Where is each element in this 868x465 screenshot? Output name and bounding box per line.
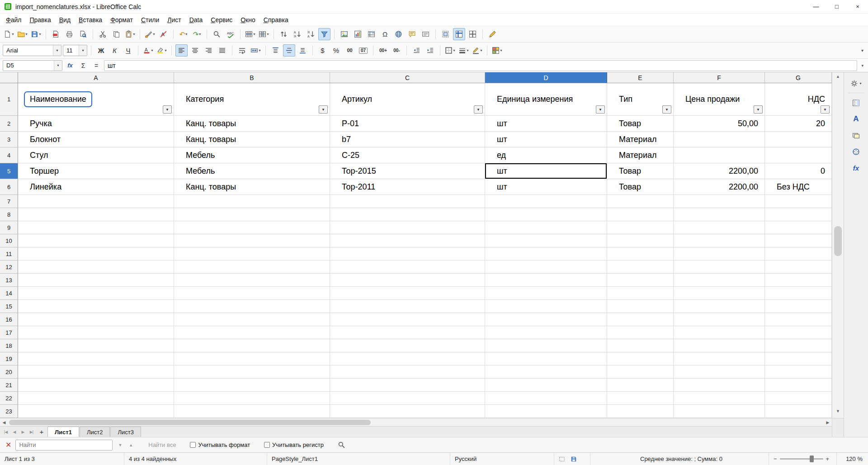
- sheet-nav-last-icon[interactable]: ▶|: [27, 430, 36, 434]
- cell-e21[interactable]: [607, 379, 674, 392]
- cell-g17[interactable]: [765, 326, 832, 339]
- cell-c2[interactable]: Р-01: [330, 116, 485, 132]
- chevron-down-icon[interactable]: ▾: [79, 45, 87, 56]
- autofilter-dropdown-f1[interactable]: ▼: [754, 105, 763, 114]
- cell-c23[interactable]: [330, 405, 485, 418]
- menu-item-10[interactable]: Окно: [236, 14, 259, 25]
- zoom-level-zone[interactable]: 120 %: [836, 453, 868, 465]
- cell-g20[interactable]: [765, 365, 832, 379]
- maximize-button[interactable]: □: [826, 0, 847, 13]
- cell-a2[interactable]: Ручка: [18, 116, 174, 132]
- cell-b4[interactable]: Мебель: [174, 147, 330, 163]
- cell-c18[interactable]: [330, 339, 485, 352]
- sidebar-settings-button[interactable]: ▾: [847, 76, 865, 90]
- cell-c21[interactable]: [330, 379, 485, 392]
- highlight-color-button[interactable]: ▾: [156, 44, 168, 57]
- expand-formula-bar-icon[interactable]: ▾: [859, 63, 865, 68]
- row-header-4[interactable]: 4: [0, 147, 18, 163]
- cell-f10[interactable]: [674, 234, 765, 247]
- horizontal-scroll-track[interactable]: [8, 418, 824, 426]
- cell-f1[interactable]: Цена продажи▼: [674, 83, 765, 116]
- autofilter-dropdown-d1[interactable]: ▼: [596, 105, 605, 114]
- menu-item-9[interactable]: Сервис: [207, 14, 236, 25]
- chevron-down-icon[interactable]: ▾: [253, 32, 255, 36]
- column-header-c[interactable]: C: [330, 72, 485, 83]
- cell-b8[interactable]: [174, 208, 330, 221]
- cell-b16[interactable]: [174, 313, 330, 326]
- cell-c8[interactable]: [330, 208, 485, 221]
- cell-c22[interactable]: [330, 392, 485, 405]
- borders-button[interactable]: ▾: [444, 44, 456, 57]
- hyperlink-button[interactable]: [392, 28, 405, 40]
- cell-g7[interactable]: [765, 195, 832, 208]
- cell-d4[interactable]: ед: [485, 147, 607, 163]
- sheet-tab-2[interactable]: Лист2: [80, 427, 110, 437]
- sheet-nav-first-icon[interactable]: |◀: [1, 430, 10, 434]
- language-zone[interactable]: Русский: [450, 453, 554, 465]
- wrap-text-button[interactable]: [236, 44, 248, 57]
- italic-button[interactable]: К: [108, 44, 121, 57]
- cell-b11[interactable]: [174, 247, 330, 261]
- sheet-tab-3[interactable]: Лист3: [110, 427, 141, 437]
- cell-d19[interactable]: [485, 352, 607, 365]
- cell-c4[interactable]: С-25: [330, 147, 485, 163]
- match-format-checkbox[interactable]: [190, 442, 196, 448]
- horizontal-scrollbar[interactable]: ◀ ▶: [0, 418, 832, 426]
- cell-a21[interactable]: [18, 379, 174, 392]
- add-decimal-button[interactable]: 00+: [377, 44, 389, 57]
- cell-e23[interactable]: [607, 405, 674, 418]
- cell-g4[interactable]: [765, 147, 832, 163]
- cell-g19[interactable]: [765, 352, 832, 365]
- copy-button[interactable]: [110, 28, 123, 40]
- cell-d13[interactable]: [485, 274, 607, 287]
- clear-formatting-button[interactable]: [157, 28, 170, 40]
- cell-g6[interactable]: Без НДС: [765, 179, 832, 195]
- cell-b19[interactable]: [174, 352, 330, 365]
- menu-item-7[interactable]: Лист: [163, 14, 185, 25]
- function-wizard-button[interactable]: fx: [65, 60, 75, 71]
- clone-formatting-button[interactable]: ▾: [144, 28, 156, 40]
- cell-d16[interactable]: [485, 313, 607, 326]
- chevron-down-icon[interactable]: ▾: [453, 48, 455, 52]
- cell-e16[interactable]: [607, 313, 674, 326]
- insert-rows-button[interactable]: ▾: [244, 28, 256, 40]
- cell-e15[interactable]: [607, 300, 674, 313]
- cell-b18[interactable]: [174, 339, 330, 352]
- format-number-button[interactable]: 00: [344, 44, 356, 57]
- cell-a22[interactable]: [18, 392, 174, 405]
- cell-f18[interactable]: [674, 339, 765, 352]
- minimize-button[interactable]: —: [806, 0, 826, 13]
- row-header-19[interactable]: 19: [0, 352, 18, 365]
- center-vertically-button[interactable]: [283, 44, 295, 57]
- merge-cells-button[interactable]: ▾: [250, 44, 262, 57]
- menu-item-1[interactable]: Файл: [2, 14, 25, 25]
- delete-decimal-button[interactable]: 00-: [391, 44, 403, 57]
- align-center-button[interactable]: [189, 44, 201, 57]
- cell-c19[interactable]: [330, 352, 485, 365]
- insert-image-button[interactable]: [338, 28, 350, 40]
- chevron-down-icon[interactable]: ▾: [53, 45, 61, 56]
- cell-d21[interactable]: [485, 379, 607, 392]
- cell-b14[interactable]: [174, 287, 330, 300]
- chevron-down-icon[interactable]: ▾: [153, 32, 155, 36]
- horizontal-scroll-thumb[interactable]: [9, 420, 371, 425]
- cell-a23[interactable]: [18, 405, 174, 418]
- cell-e2[interactable]: Товар: [607, 116, 674, 132]
- formula-button[interactable]: =: [91, 60, 102, 71]
- cell-d2[interactable]: шт: [485, 116, 607, 132]
- cell-c15[interactable]: [330, 300, 485, 313]
- conditional-formatting-button[interactable]: ▾: [491, 44, 503, 57]
- sheet-nav-next-icon[interactable]: ▶: [19, 430, 27, 434]
- cell-a13[interactable]: [18, 274, 174, 287]
- sidebar-functions-button[interactable]: fx: [847, 161, 865, 175]
- zoom-in-button[interactable]: +: [826, 456, 830, 462]
- row-header-20[interactable]: 20: [0, 365, 18, 379]
- sort-button[interactable]: [278, 28, 290, 40]
- cell-b17[interactable]: [174, 326, 330, 339]
- cell-b20[interactable]: [174, 365, 330, 379]
- row-header-22[interactable]: 22: [0, 392, 18, 405]
- justify-button[interactable]: [216, 44, 228, 57]
- row-header-2[interactable]: 2: [0, 116, 18, 132]
- cell-d22[interactable]: [485, 392, 607, 405]
- cell-a14[interactable]: [18, 287, 174, 300]
